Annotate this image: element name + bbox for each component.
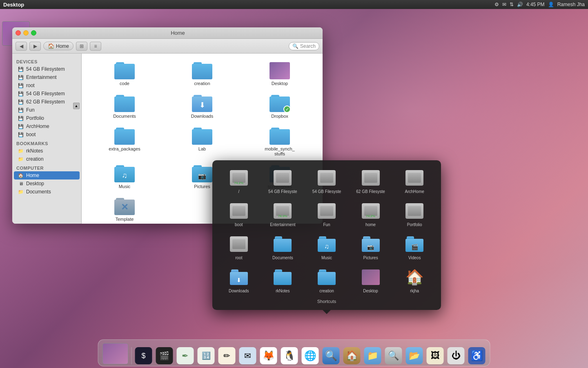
dock-item-files2[interactable]: 📂 bbox=[405, 345, 424, 364]
shortcut-root-folder[interactable]: root bbox=[218, 233, 259, 262]
folder-label-desktop: Desktop bbox=[272, 81, 288, 86]
view-toggle[interactable]: ⊞ bbox=[76, 42, 87, 51]
close-button[interactable] bbox=[16, 30, 21, 36]
dock-item-tux[interactable]: 🐧 bbox=[280, 345, 299, 364]
dock-item-terminal[interactable]: $ bbox=[134, 345, 154, 364]
shortcuts-row-4: ⬇ Downloads rkNotes bbox=[218, 266, 435, 295]
dock-item-firefox[interactable]: 🦊 bbox=[259, 345, 278, 364]
dock-item-kcalc[interactable]: 🔢 bbox=[196, 345, 216, 364]
sidebar-item-54gb-1[interactable]: 💾 54 GB Filesystem bbox=[14, 65, 80, 73]
dock-item-finder[interactable]: 🔍 bbox=[321, 345, 341, 364]
dock-item-spotlight[interactable]: 🔍 bbox=[384, 345, 403, 364]
folder-visual-rknotes bbox=[274, 269, 292, 285]
minimize-button[interactable] bbox=[23, 30, 29, 36]
sidebar-item-portfolio[interactable]: 💾 Portfolio bbox=[14, 114, 80, 122]
shortcut-icon-home-drive: 74.2% bbox=[361, 201, 381, 221]
sidebar-item-creation[interactable]: 📁 creation bbox=[14, 155, 80, 163]
sidebar-item-documents[interactable]: 📁 Documents bbox=[14, 188, 80, 196]
sketchbook-icon: ✏ bbox=[218, 347, 236, 364]
shortcut-label-root: / bbox=[238, 189, 239, 194]
camera-icon: 📷 bbox=[367, 244, 374, 250]
dock-item-power[interactable]: ⏻ bbox=[446, 345, 466, 364]
folder-item-code[interactable]: code bbox=[88, 60, 161, 88]
shortcut-home-drive[interactable]: 74.2% home bbox=[350, 200, 391, 229]
folder-item-desktop[interactable]: Desktop bbox=[243, 60, 316, 88]
folder-icon-extra bbox=[114, 128, 135, 145]
shortcut-boot[interactable]: boot bbox=[218, 200, 259, 229]
shortcut-icon-downloads: ⬇ bbox=[229, 267, 249, 287]
sidebar-item-entertainment[interactable]: 💾 Entertainment bbox=[14, 73, 80, 81]
shortcut-54gb-2[interactable]: 54 GB Filesyste bbox=[306, 166, 347, 195]
shortcut-portfolio[interactable]: Portfolio bbox=[394, 200, 435, 229]
shortcut-root-drive[interactable]: 74.2% / bbox=[218, 166, 259, 195]
sidebar-item-54gb-2[interactable]: 💾 54 GB Filesystem bbox=[14, 90, 80, 98]
shortcut-entertainment[interactable]: 76.0% Entertainment bbox=[263, 200, 303, 229]
folder-item-template[interactable]: ✕ Template bbox=[88, 195, 161, 224]
shortcut-documents[interactable]: Documents bbox=[263, 233, 303, 262]
finder-sidebar: ▲ Devices 💾 54 GB Filesystem 💾 Entertain… bbox=[12, 54, 82, 224]
dock-item-accessibility[interactable]: ♿ bbox=[467, 345, 487, 364]
sidebar-item-boot[interactable]: 💾 boot bbox=[14, 130, 80, 139]
shortcut-rkjha[interactable]: 🏠 rkjha bbox=[394, 266, 435, 295]
finder-titlebar: Home bbox=[12, 27, 323, 39]
folder-item-mobile[interactable]: mobile_synch_stuffs bbox=[243, 125, 316, 159]
folder-label-documents: Documents bbox=[113, 114, 136, 119]
shortcut-icon-documents bbox=[273, 234, 292, 254]
folder-item-extra[interactable]: extra_packages bbox=[88, 125, 161, 159]
dock-item-kwrite[interactable]: ✒ bbox=[176, 345, 195, 364]
sidebar-item-fun[interactable]: 💾 Fun bbox=[14, 106, 80, 114]
dock-item-sketchbook[interactable]: ✏ bbox=[217, 345, 237, 364]
back-button[interactable]: ◀ bbox=[16, 42, 27, 51]
shortcut-archhome[interactable]: ArchHome bbox=[394, 166, 435, 195]
dock-item-mail[interactable]: ✉ bbox=[238, 345, 258, 364]
dock-item-grabber[interactable]: 🎬 bbox=[155, 345, 174, 364]
drive-icon: 💾 bbox=[18, 74, 24, 80]
dock-item-home-btn[interactable]: 🏠 bbox=[342, 345, 362, 364]
dock-item-image[interactable]: 🖼 bbox=[425, 345, 445, 364]
shortcut-54gb-1[interactable]: 54 GB Filesyste bbox=[263, 166, 303, 195]
section-devices: Devices bbox=[12, 57, 81, 65]
shortcut-desktop-folder[interactable]: Desktop bbox=[350, 266, 391, 295]
shortcut-fun[interactable]: Fun bbox=[306, 200, 347, 229]
search-box[interactable]: 🔍 Search bbox=[289, 42, 319, 50]
shortcut-music[interactable]: ♫ Music bbox=[306, 233, 347, 262]
shortcut-pictures[interactable]: 📷 Pictures bbox=[350, 233, 391, 262]
folder-item-downloads[interactable]: ⬇ Downloads bbox=[165, 92, 239, 121]
image-icon: 🖼 bbox=[427, 347, 444, 364]
forward-button[interactable]: ▶ bbox=[29, 42, 41, 51]
sidebar-item-archhome[interactable]: 💾 ArchHome bbox=[14, 122, 80, 130]
drive-icon: 💾 bbox=[18, 123, 24, 129]
drive-icon: 💾 bbox=[18, 115, 24, 121]
sort-button[interactable]: ≡ bbox=[90, 42, 101, 51]
folder-item-documents[interactable]: Documents bbox=[88, 92, 161, 121]
shortcut-videos[interactable]: 🎬 Videos bbox=[394, 233, 435, 262]
folder-item-dropbox[interactable]: ✓ Dropbox bbox=[243, 92, 316, 121]
shortcut-creation[interactable]: creation bbox=[306, 266, 347, 295]
shortcut-rknotes[interactable]: rkNotes bbox=[263, 266, 303, 295]
folder-item-lab[interactable]: Lab bbox=[165, 125, 239, 159]
menubar-left: Desktop bbox=[3, 2, 24, 8]
dock-item-desktop-thumb[interactable] bbox=[102, 341, 129, 364]
sidebar-item-desktop[interactable]: 🖥 Desktop bbox=[14, 180, 80, 188]
shortcut-62gb[interactable]: 62 GB Filesyste bbox=[350, 166, 391, 195]
sidebar-item-root[interactable]: 💾 root bbox=[14, 81, 80, 90]
shortcut-downloads[interactable]: ⬇ Downloads bbox=[218, 266, 259, 295]
home-dock-icon: 🏠 bbox=[343, 347, 361, 364]
folder-dock-icon: 📁 bbox=[364, 347, 381, 364]
drive-icon: 💾 bbox=[18, 99, 24, 105]
sidebar-item-rknotes[interactable]: 📁 rkNotes bbox=[14, 147, 80, 155]
shortcut-label-archhome: ArchHome bbox=[405, 189, 424, 194]
dock-item-chrome[interactable]: 🌐 bbox=[301, 345, 320, 364]
dock-item-folder[interactable]: 📁 bbox=[363, 345, 383, 364]
folder-item-music[interactable]: ♫ Music bbox=[88, 163, 161, 191]
sidebar-scroll-up[interactable]: ▲ bbox=[73, 103, 80, 109]
location-pill[interactable]: 🏠 Home bbox=[43, 42, 74, 50]
sidebar-item-home[interactable]: 🏠 Home bbox=[14, 171, 80, 180]
folder-label-template: Template bbox=[116, 217, 134, 222]
folder-item-creation[interactable]: creation bbox=[165, 60, 239, 88]
drive-visual bbox=[274, 170, 292, 186]
drive-visual bbox=[230, 203, 248, 219]
maximize-button[interactable] bbox=[31, 30, 36, 36]
folder-label-dropbox: Dropbox bbox=[271, 114, 288, 119]
sidebar-item-62gb[interactable]: 💾 62 GB Filesystem bbox=[14, 98, 80, 106]
